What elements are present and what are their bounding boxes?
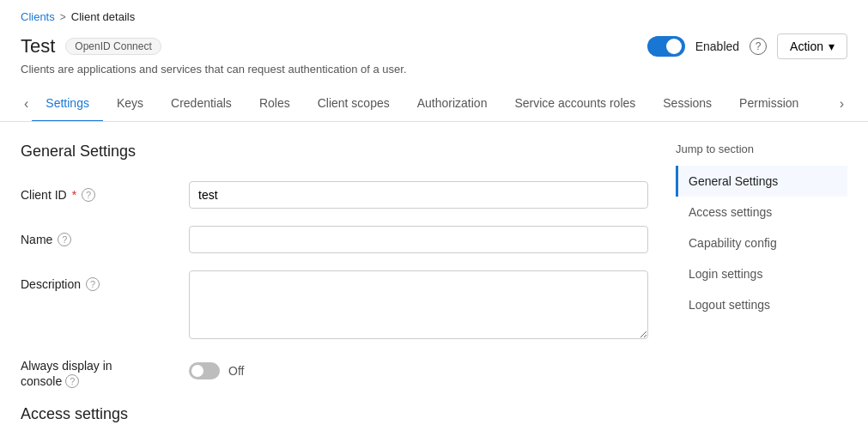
tab-credentials[interactable]: Credentials: [157, 86, 246, 121]
always-display-label-line2: console ?: [21, 374, 175, 388]
tab-keys[interactable]: Keys: [103, 86, 157, 121]
client-id-help-icon[interactable]: ?: [82, 188, 95, 202]
name-label: Name ?: [21, 226, 175, 246]
page-header: Test OpenID Connect Enabled ? Action ▾ C…: [0, 30, 868, 86]
description-field: [189, 270, 648, 342]
tab-scroll-right[interactable]: ›: [836, 89, 847, 118]
name-input[interactable]: [189, 226, 648, 253]
always-display-label-line1: Always display in: [21, 359, 175, 373]
tab-authorization[interactable]: Authorization: [404, 86, 501, 121]
header-actions: Enabled ? Action ▾: [647, 33, 847, 59]
sidebar-item-login-settings[interactable]: Login settings: [676, 258, 847, 289]
tab-sessions[interactable]: Sessions: [649, 86, 725, 121]
required-star: *: [72, 188, 76, 202]
always-display-toggle-wrap: Off: [189, 359, 244, 379]
description-help-icon[interactable]: ?: [86, 277, 100, 291]
sidebar-item-logout-settings[interactable]: Logout settings: [676, 289, 847, 320]
name-row: Name ?: [21, 226, 648, 253]
name-help-icon[interactable]: ?: [58, 233, 71, 246]
sidebar-item-general-settings[interactable]: General Settings: [676, 166, 847, 197]
breadcrumb: Clients > Client details: [0, 0, 868, 30]
always-display-toggle[interactable]: [189, 362, 220, 379]
jump-to-section-title: Jump to section: [676, 143, 847, 155]
tab-client-scopes[interactable]: Client scopes: [304, 86, 404, 121]
tab-service-accounts-roles[interactable]: Service accounts roles: [501, 86, 649, 121]
action-button[interactable]: Action ▾: [777, 33, 847, 59]
enabled-label: Enabled: [695, 39, 739, 53]
always-display-off-label: Off: [228, 364, 244, 378]
always-display-label: Always display in console ?: [21, 359, 175, 388]
tab-roles[interactable]: Roles: [246, 86, 304, 121]
general-settings-title: General Settings: [21, 143, 648, 161]
tab-scroll-left[interactable]: ‹: [21, 89, 32, 118]
header-help-icon[interactable]: ?: [750, 38, 767, 55]
client-id-label: Client ID * ?: [21, 181, 175, 202]
description-label: Description ?: [21, 270, 175, 291]
description-row: Description ?: [21, 270, 648, 342]
breadcrumb-separator: >: [60, 11, 66, 23]
enabled-toggle[interactable]: [647, 36, 685, 57]
sidebar-item-capability-config[interactable]: Capability config: [676, 228, 847, 258]
page-subtitle: Clients are applications and services th…: [21, 63, 847, 76]
tab-settings[interactable]: Settings: [32, 86, 103, 121]
client-id-row: Client ID * ?: [21, 181, 648, 209]
tab-permission[interactable]: Permission: [725, 86, 812, 121]
always-display-help-icon[interactable]: ?: [65, 374, 79, 388]
tabs: Settings Keys Credentials Roles Client s…: [32, 86, 835, 121]
sidebar-item-access-settings[interactable]: Access settings: [676, 197, 847, 228]
access-settings-title: Access settings: [21, 405, 648, 423]
tabs-container: ‹ Settings Keys Credentials Roles Client…: [0, 86, 868, 122]
sidebar-navigation: General Settings Access settings Capabil…: [676, 166, 847, 320]
content-area: General Settings Client ID * ? Name ?: [0, 122, 868, 423]
name-field: [189, 226, 648, 253]
client-id-field: [189, 181, 648, 209]
jump-to-section-sidebar: Jump to section General Settings Access …: [676, 143, 847, 423]
chevron-down-icon: ▾: [829, 39, 835, 53]
breadcrumb-current: Client details: [71, 10, 135, 23]
client-id-input[interactable]: [189, 181, 648, 209]
client-type-badge: OpenID Connect: [65, 38, 161, 55]
main-content: General Settings Client ID * ? Name ?: [21, 143, 648, 423]
breadcrumb-link[interactable]: Clients: [21, 10, 55, 23]
page-title: Test: [21, 35, 55, 58]
always-display-row: Always display in console ? Off: [21, 359, 648, 388]
description-textarea[interactable]: [189, 270, 648, 339]
